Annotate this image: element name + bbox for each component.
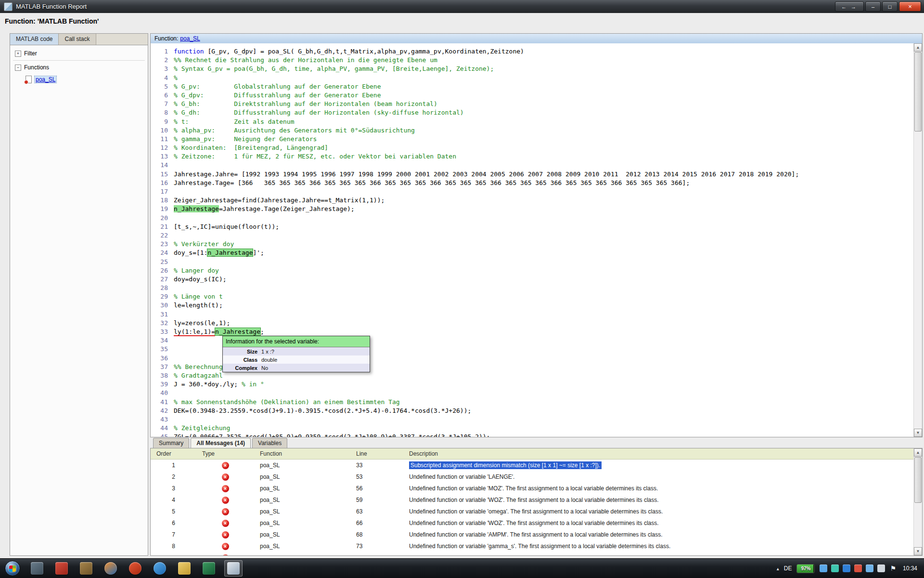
code-line: 31 xyxy=(154,310,911,319)
message-row[interactable]: 4×poa_SL59Undefined function or variable… xyxy=(151,494,922,506)
scrollbar-thumb[interactable] xyxy=(914,52,922,131)
tab-call-stack[interactable]: Call stack xyxy=(59,34,96,45)
minimize-button[interactable]: – xyxy=(865,1,881,12)
scroll-up-icon[interactable]: ▲ xyxy=(914,448,922,457)
tab-matlab-code[interactable]: MATLAB code xyxy=(10,34,59,45)
code-line-text: % Langer doy xyxy=(174,266,219,275)
collapse-icon[interactable]: − xyxy=(15,65,21,71)
highlighted-variable-selected[interactable]: n_Jahrestage xyxy=(207,249,253,256)
highlighted-variable[interactable]: n_Jahrestage xyxy=(174,205,219,212)
tray-icon-6[interactable] xyxy=(877,565,885,572)
type-cell: × xyxy=(196,520,254,527)
message-row[interactable]: 2×poa_SL53Undefined function or variable… xyxy=(151,471,922,483)
line-number: 36 xyxy=(154,354,174,363)
code-line: 42DEK=(0.3948-23.2559.*cosd(J+9.1)-0.391… xyxy=(154,407,911,415)
message-row[interactable]: 7×poa_SL68Undefined function or variable… xyxy=(151,529,922,540)
message-row[interactable]: × xyxy=(151,552,922,556)
code-comment: % max Sonnenstandshöhe (Deklination) an … xyxy=(174,398,400,406)
message-row[interactable]: 8×poa_SL73Undefined function or variable… xyxy=(151,540,922,552)
files-app-icon[interactable] xyxy=(77,560,95,577)
message-row[interactable]: 1×poa_SL33Subscripted assignment dimensi… xyxy=(151,460,922,471)
tray-icon-2[interactable] xyxy=(831,565,839,572)
window-app-icon[interactable] xyxy=(224,560,243,577)
code-header-function-link[interactable]: poa_SL xyxy=(180,35,200,42)
scroll-down-icon[interactable]: ▼ xyxy=(914,547,922,555)
sidebar: MATLAB code Call stack + Filter − Functi… xyxy=(10,33,148,556)
description-text: Subscripted assignment dimension mismatc… xyxy=(409,461,602,469)
tray-icon-3[interactable] xyxy=(843,565,850,572)
code-line: 5% G_pv: Globalstrahlung auf der Generat… xyxy=(154,82,911,91)
error-icon: × xyxy=(222,473,229,481)
scrollbar-thumb[interactable] xyxy=(914,457,922,503)
code-header-label: Function: xyxy=(154,35,178,42)
taskbar: ▴ DE 97% ⚑ 10:34 xyxy=(0,558,924,578)
tooltip-row-size: Size 1 x :? xyxy=(223,347,370,355)
line-number: 10 xyxy=(154,126,174,135)
clock[interactable]: 10:34 xyxy=(903,565,917,572)
code-line: 7% G_bh: Direktstrahlung auf der Horizon… xyxy=(154,100,911,108)
message-row[interactable]: 5×poa_SL63Undefined function or variable… xyxy=(151,506,922,517)
functions-label: Functions xyxy=(24,64,49,71)
tree-item-function[interactable]: poa_SL xyxy=(26,76,146,83)
excel-icon[interactable] xyxy=(200,560,218,577)
code-area[interactable]: 1function [G_pv, G_dpv] = poa_SL( G_bh,G… xyxy=(151,43,922,437)
tree-node-filter[interactable]: + Filter xyxy=(12,49,146,58)
show-hidden-icons-chevron[interactable]: ▴ xyxy=(777,566,779,571)
scroll-down-icon[interactable]: ▼ xyxy=(914,429,922,437)
message-row[interactable]: 3×poa_SL56Undefined function or variable… xyxy=(151,483,922,494)
code-line: 33ly(1:le,1)=n_Jahrestage; xyxy=(154,328,911,336)
code-line-text: % G_bh: Direktstrahlung auf der Horizont… xyxy=(174,100,437,108)
tray-icon-1[interactable] xyxy=(820,565,827,572)
message-row[interactable]: 6×poa_SL66Undefined function or variable… xyxy=(151,517,922,529)
code-line-text: ly=zeros(le,1); xyxy=(174,319,230,328)
scroll-up-icon[interactable]: ▲ xyxy=(914,43,922,52)
error-icon: × xyxy=(222,497,229,504)
error-icon: × xyxy=(222,543,229,550)
battery-indicator[interactable]: 97% xyxy=(796,564,815,573)
expand-icon[interactable]: + xyxy=(15,51,21,57)
firefox-icon[interactable] xyxy=(102,560,120,577)
code-vertical-scrollbar[interactable]: ▲ ▼ xyxy=(913,43,922,437)
tray-icon-4[interactable] xyxy=(854,565,862,572)
ie-icon[interactable] xyxy=(151,560,169,577)
action-center-flag-icon[interactable]: ⚑ xyxy=(890,565,896,572)
tab-variables[interactable]: Variables xyxy=(252,438,287,448)
function-link[interactable]: poa_SL xyxy=(35,76,56,83)
code-line: 24doy_s=[1:n_Jahrestage]'; xyxy=(154,249,911,257)
code-text: Jahrestage.Tage= [366 365 365 365 366 36… xyxy=(174,179,690,186)
start-button[interactable] xyxy=(5,561,20,576)
code-text: [t_s,~,IC]=unique(floor(t)); xyxy=(174,223,279,230)
tab-summary[interactable]: Summary xyxy=(153,438,189,448)
code-line-text: % Gradtagzahl xyxy=(174,371,223,380)
monitor-app-icon[interactable] xyxy=(28,560,46,577)
code-line-text: % gamma_pv: Neigung der Generators xyxy=(174,135,317,144)
messages-vertical-scrollbar[interactable]: ▲ ▼ xyxy=(913,448,922,555)
highlighted-variable-selected[interactable]: n_Jahrestage xyxy=(215,328,260,335)
code-text: J = 360.*doy./ly; xyxy=(174,381,242,388)
description-cell: Subscripted assignment dimension mismatc… xyxy=(403,462,922,469)
tree-node-functions[interactable]: − Functions xyxy=(12,63,146,72)
window-titlebar[interactable]: MATLAB Function Report ← → – □ × xyxy=(0,0,924,13)
message-rows: 1×poa_SL33Subscripted assignment dimensi… xyxy=(151,460,922,556)
code-line-text: J = 360.*doy./ly; % in ° xyxy=(174,380,264,389)
code-comment: %% Rechnet die Strahlung aus der Horizon… xyxy=(174,56,437,64)
red-app-icon[interactable] xyxy=(52,560,71,577)
code-text: =Jahrestage.Tage(Zeiger_Jahrestage); xyxy=(219,205,355,212)
code-line-text: function [G_pv, G_dpv] = poa_SL( G_bh,G_… xyxy=(174,47,524,56)
tooltip-class-label: Class xyxy=(223,357,261,363)
line-cell: 53 xyxy=(350,473,403,480)
line-cell: 56 xyxy=(350,485,403,492)
language-indicator[interactable]: DE xyxy=(784,565,792,572)
line-number: 41 xyxy=(154,398,174,407)
opera-icon[interactable] xyxy=(126,560,144,577)
code-line-text: n_Jahrestage=Jahrestage.Tage(Zeiger_Jahr… xyxy=(174,205,355,213)
code-comment: % Gradtagzahl xyxy=(174,372,223,379)
close-button[interactable]: × xyxy=(899,1,921,12)
history-back-forward-button[interactable]: ← → xyxy=(835,1,864,12)
folder-icon[interactable] xyxy=(175,560,193,577)
tab-all-messages[interactable]: All Messages (14) xyxy=(191,438,251,448)
tray-icon-5[interactable] xyxy=(866,565,873,572)
code-line: 44% Zeitgleichung xyxy=(154,424,911,433)
code-line-text: [t_s,~,IC]=unique(floor(t)); xyxy=(174,223,279,231)
maximize-button[interactable]: □ xyxy=(882,1,898,12)
